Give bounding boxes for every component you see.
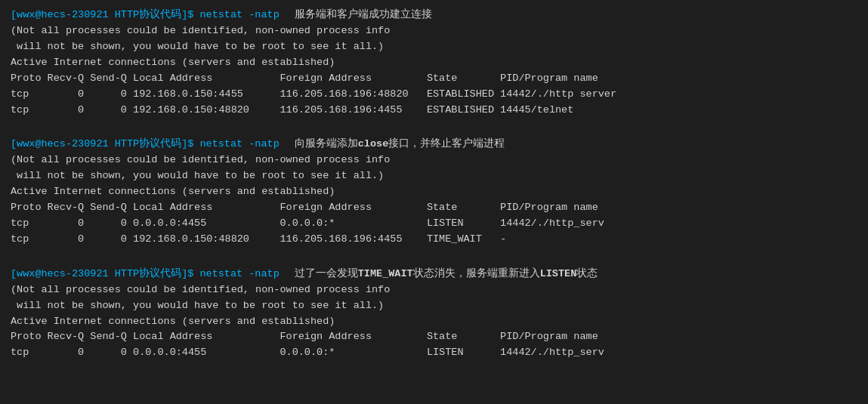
section3-line1: (Not all processes could be identified, … bbox=[11, 282, 857, 298]
section3-line2: will not be shown, you would have to be … bbox=[11, 298, 857, 314]
section2-row2: tcp 0 0 192.168.0.150:48820 116.205.168.… bbox=[11, 232, 857, 248]
section3-row1: tcp 0 0 0.0.0.0:4455 0.0.0.0:* LISTEN 14… bbox=[11, 345, 857, 361]
section-3: [wwx@hecs-230921 HTTP协议代码]$ netstat -nat… bbox=[11, 267, 857, 362]
section3-bold-listen: LISTEN bbox=[540, 268, 577, 279]
blank1 bbox=[11, 121, 857, 137]
section1-header: Proto Recv-Q Send-Q Local Address Foreig… bbox=[11, 71, 857, 87]
section2-prompt-line: [wwx@hecs-230921 HTTP协议代码]$ netstat -nat… bbox=[11, 137, 857, 153]
blank2 bbox=[11, 251, 857, 267]
section1-line1: (Not all processes could be identified, … bbox=[11, 23, 857, 39]
section1-prompt: [wwx@hecs-230921 HTTP协议代码]$ netstat -nat… bbox=[11, 8, 280, 23]
section1-row2: tcp 0 0 192.168.0.150:48820 116.205.168.… bbox=[11, 103, 857, 119]
section1-line2: will not be shown, you would have to be … bbox=[11, 39, 857, 55]
section1-prompt-line: [wwx@hecs-230921 HTTP协议代码]$ netstat -nat… bbox=[11, 8, 857, 23]
section2-bold-close: close bbox=[358, 138, 389, 150]
section2-line3: Active Internet connections (servers and… bbox=[11, 184, 857, 200]
section1-line3: Active Internet connections (servers and… bbox=[11, 55, 857, 71]
terminal-container: [wwx@hecs-230921 HTTP协议代码]$ netstat -nat… bbox=[11, 8, 857, 361]
section3-header: Proto Recv-Q Send-Q Local Address Foreig… bbox=[11, 329, 857, 345]
section1-row1: tcp 0 0 192.168.0.150:4455 116.205.168.1… bbox=[11, 87, 857, 103]
section2-header: Proto Recv-Q Send-Q Local Address Foreig… bbox=[11, 200, 857, 216]
section1-annotation: 服务端和客户端成功建立连接 bbox=[295, 8, 432, 23]
section2-line2: will not be shown, you would have to be … bbox=[11, 168, 857, 184]
section-2: [wwx@hecs-230921 HTTP协议代码]$ netstat -nat… bbox=[11, 137, 857, 247]
section3-annotation: 过了一会发现TIME_WAIT状态消失，服务端重新进入LISTEN状态 bbox=[295, 267, 598, 282]
section2-line1: (Not all processes could be identified, … bbox=[11, 153, 857, 168]
section2-row1: tcp 0 0 0.0.0.0:4455 0.0.0.0:* LISTEN 14… bbox=[11, 216, 857, 232]
section2-prompt: [wwx@hecs-230921 HTTP协议代码]$ netstat -nat… bbox=[11, 137, 280, 153]
section3-bold-timewait: TIME_WAIT bbox=[358, 268, 413, 279]
section3-prompt: [wwx@hecs-230921 HTTP协议代码]$ netstat -nat… bbox=[11, 267, 280, 282]
section3-prompt-line: [wwx@hecs-230921 HTTP协议代码]$ netstat -nat… bbox=[11, 267, 857, 282]
section2-annotation: 向服务端添加close接口，并终止客户端进程 bbox=[295, 137, 505, 153]
section3-line3: Active Internet connections (servers and… bbox=[11, 314, 857, 330]
section-1: [wwx@hecs-230921 HTTP协议代码]$ netstat -nat… bbox=[11, 8, 857, 118]
